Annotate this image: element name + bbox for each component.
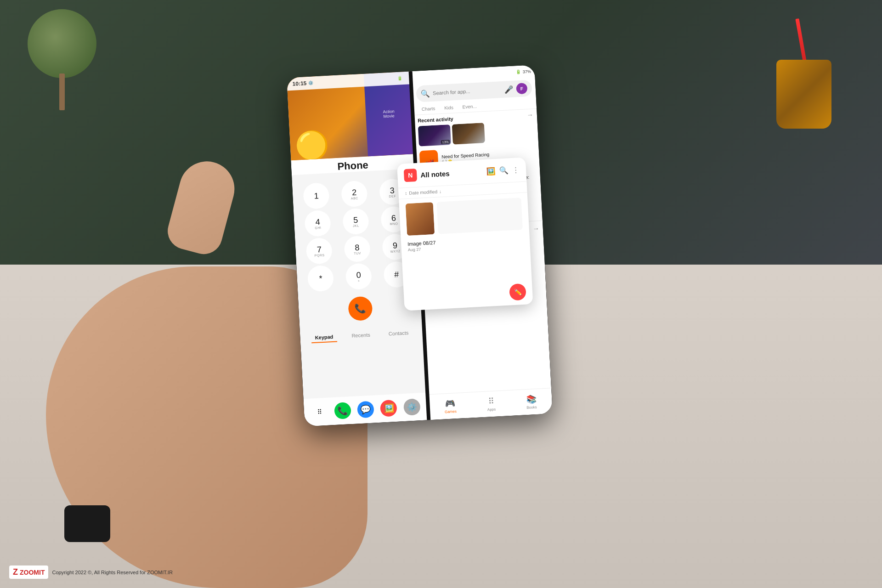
phone-app-title: Phone [299, 157, 407, 175]
zoomit-name: ZOOMIT [20, 569, 45, 576]
zoomit-logo: Z ZOOMIT [9, 565, 48, 579]
user-avatar[interactable]: F [516, 83, 527, 94]
nav-apps[interactable]: ⠿ Apps [486, 396, 496, 412]
plant-decoration [28, 9, 110, 110]
dock-settings-icon[interactable]: ⚙️ [403, 398, 421, 416]
key-star[interactable]: * [307, 265, 334, 292]
battery-icon: 🔋 [397, 76, 403, 81]
tab-events[interactable]: Even... [458, 101, 481, 113]
books-icon: 📚 [526, 394, 537, 405]
plant-ball [28, 9, 96, 78]
notes-actions: 🖼️ 🔍 ⋮ [486, 165, 520, 176]
notes-search-icon[interactable]: 🔍 [499, 166, 509, 175]
note-label-area: Image 08/27 Aug 27 [407, 235, 524, 252]
note-item[interactable] [406, 198, 523, 236]
minion-character: 🟡 [294, 131, 330, 160]
dock-apps-icon[interactable]: ⠿ [311, 403, 328, 421]
game-thumb-2[interactable] [452, 123, 485, 145]
watch-shape [64, 505, 110, 542]
keypad-grid: 1 2ABC 3DEF 4GHI 5JKL 6MNO 7PQRS 8TUV 9W… [298, 178, 415, 292]
sort-label[interactable]: Date modified [409, 189, 437, 196]
status-time: 10:15 [292, 80, 306, 87]
notes-overlay: N All notes 🖼️ 🔍 ⋮ ↕ Date modified ↓ [397, 157, 533, 311]
see-all-arrow[interactable]: → [526, 111, 533, 119]
key-8[interactable]: 8TUV [344, 235, 371, 262]
game-thumb-1[interactable]: 13% [418, 124, 451, 147]
status-battery-percent: 37% [523, 69, 531, 74]
note-thumb-img [406, 202, 435, 236]
notes-more-icon[interactable]: ⋮ [512, 165, 520, 175]
note-edit-button[interactable]: ✏️ [509, 283, 526, 301]
sort-arrow: ↓ [439, 189, 442, 194]
tab-keypad[interactable]: Keypad [311, 332, 337, 343]
key-0[interactable]: 0+ [345, 263, 372, 290]
copyright-text: Copyright 2022 ©, All Rights Reserved fo… [52, 570, 172, 575]
mic-icon[interactable]: 🎤 [504, 85, 514, 94]
plant-stick [59, 74, 65, 110]
notes-content: Image 08/27 Aug 27 [399, 192, 530, 257]
apps-icon: ⠿ [488, 396, 494, 407]
nav-games-label: Games [445, 409, 457, 414]
key-2[interactable]: 2ABC [341, 181, 368, 208]
search-icon: 🔍 [421, 89, 430, 98]
key-5[interactable]: 5JKL [342, 208, 369, 235]
tab-recents[interactable]: Recents [348, 330, 374, 341]
watermark: Z ZOOMIT Copyright 2022 ©, All Rights Re… [9, 565, 173, 579]
games-icon: 🎮 [445, 398, 455, 409]
note-empty-area [437, 198, 523, 234]
notes-gallery-icon[interactable]: 🖼️ [486, 166, 496, 175]
zoomit-z: Z [13, 567, 18, 577]
wooden-cup [772, 37, 836, 129]
key-4[interactable]: 4GHI [304, 210, 331, 237]
status-icons: 🔋 [397, 76, 405, 81]
nav-games[interactable]: 🎮 Games [444, 398, 457, 414]
dock-phone-icon[interactable]: 📞 [334, 402, 351, 419]
notes-title: All notes [420, 168, 483, 179]
nav-apps-label: Apps [487, 407, 496, 412]
cup-body [776, 60, 831, 129]
tab-charts[interactable]: Charts [417, 103, 440, 115]
nav-books-label: Books [526, 405, 537, 410]
samsung-fold: 10:15 ⚙️ 🔋 🟡 ActionMovie Phone [287, 65, 553, 426]
dock-gallery-icon[interactable]: 🖼️ [380, 400, 397, 417]
note-thumbnail [406, 202, 435, 236]
tab-kids[interactable]: Kids [440, 102, 458, 113]
tab-contacts[interactable]: Contacts [384, 328, 412, 339]
dock-messages-icon[interactable]: 💬 [357, 401, 374, 418]
sort-icon: ↕ [405, 191, 407, 196]
keypad-tabs: Keypad Recents Contacts [305, 324, 418, 345]
pre-reg-arrow[interactable]: → [532, 225, 539, 232]
call-button[interactable]: 📞 [348, 296, 373, 321]
battery-percent [404, 76, 405, 80]
notes-app-icon: N [404, 169, 417, 182]
key-7[interactable]: 7PQRS [306, 237, 333, 265]
key-1[interactable]: 1 [303, 182, 330, 209]
status-icons-left: ⚙️ [308, 80, 314, 85]
nav-books[interactable]: 📚 Books [526, 394, 537, 410]
status-battery-right: 🔋 [516, 70, 521, 75]
search-input[interactable] [433, 87, 502, 96]
